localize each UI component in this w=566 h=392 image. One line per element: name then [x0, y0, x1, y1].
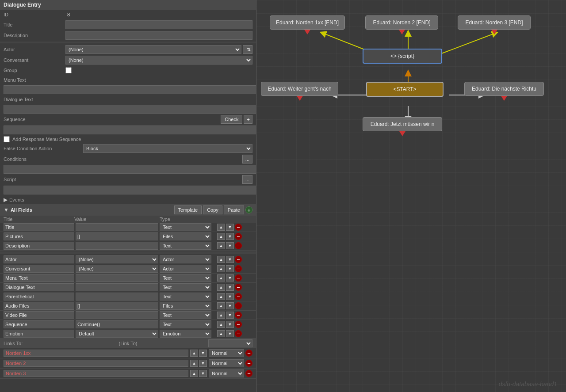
field-up-btn-0[interactable]: ▲	[217, 224, 225, 231]
menu-text-input[interactable]	[4, 85, 256, 94]
link-down-btn-1[interactable]: ▼	[199, 360, 207, 367]
field2-up-btn-2[interactable]: ▲	[217, 274, 225, 282]
field-value-input-0[interactable]	[76, 223, 158, 231]
actor-select[interactable]: (None)	[65, 45, 241, 54]
field2-value-select-0[interactable]: (None)	[76, 255, 158, 263]
field-type-select-2[interactable]: Text	[160, 242, 211, 250]
field2-remove-btn-7[interactable]: −	[235, 321, 242, 328]
field-title-input-1[interactable]	[4, 232, 74, 240]
field2-down-btn-2[interactable]: ▼	[226, 274, 234, 282]
field2-title-input-1[interactable]	[4, 265, 74, 273]
field2-remove-btn-5[interactable]: −	[235, 302, 242, 309]
field2-type-select-3[interactable]: Text	[160, 283, 211, 291]
field2-title-input-7[interactable]	[4, 320, 74, 328]
sequence-check-btn[interactable]: Check	[221, 115, 242, 124]
node-norden2[interactable]: Eduard: Norden 2 [END]	[365, 15, 438, 30]
field2-down-btn-8[interactable]: ▼	[226, 330, 234, 337]
field2-value-input-2[interactable]	[76, 274, 158, 282]
field2-up-btn-8[interactable]: ▲	[217, 330, 225, 337]
field2-title-input-6[interactable]	[4, 311, 74, 319]
conversant-select[interactable]: (None)	[65, 56, 252, 65]
link-remove-btn-2[interactable]: −	[245, 370, 252, 377]
group-checkbox[interactable]	[65, 67, 72, 73]
link-type-select-2[interactable]: Normal	[209, 369, 244, 377]
field2-down-btn-4[interactable]: ▼	[226, 293, 234, 300]
field2-type-select-4[interactable]: Text	[160, 293, 211, 301]
field-remove-btn-1[interactable]: −	[235, 233, 242, 240]
field-down-btn-2[interactable]: ▼	[226, 242, 234, 249]
link-up-btn-2[interactable]: ▲	[190, 370, 198, 377]
node-norden3[interactable]: Eduard: Norden 3 [END]	[458, 15, 531, 30]
field2-remove-btn-6[interactable]: −	[235, 312, 242, 319]
field2-remove-btn-4[interactable]: −	[235, 293, 242, 300]
field2-up-btn-0[interactable]: ▲	[217, 256, 225, 263]
field-value-input-1[interactable]	[76, 232, 158, 240]
field2-title-input-8[interactable]	[4, 330, 74, 338]
field-remove-btn-0[interactable]: −	[235, 224, 242, 231]
field-title-input-2[interactable]	[4, 242, 74, 250]
field2-value-input-4[interactable]	[76, 293, 158, 301]
field-value-input-2[interactable]	[76, 242, 158, 250]
field-down-btn-1[interactable]: ▼	[226, 233, 234, 240]
conditions-input[interactable]	[4, 165, 256, 174]
field2-up-btn-4[interactable]: ▲	[217, 293, 225, 300]
field2-remove-btn-3[interactable]: −	[235, 284, 242, 291]
copy-btn[interactable]: Copy	[203, 206, 222, 214]
field2-down-btn-3[interactable]: ▼	[226, 284, 234, 291]
field2-title-input-4[interactable]	[4, 293, 74, 301]
node-norden1xx[interactable]: Eduard: Norden 1xx [END]	[270, 15, 345, 30]
field2-title-input-3[interactable]	[4, 283, 74, 291]
field2-remove-btn-1[interactable]: −	[235, 265, 242, 272]
field2-remove-btn-8[interactable]: −	[235, 330, 242, 337]
node-weiter[interactable]: Eduard: Weiter geht's nach	[261, 82, 338, 96]
sequence-value-input[interactable]: Continue()	[4, 126, 256, 134]
false-condition-select[interactable]: Block	[83, 144, 252, 153]
conditions-ellipsis-btn[interactable]: ...	[242, 155, 252, 164]
sequence-plus-btn[interactable]: +	[244, 115, 252, 124]
node-script[interactable]: <> {script}	[363, 49, 442, 64]
field-up-btn-1[interactable]: ▲	[217, 233, 225, 240]
script-value-input[interactable]: RandomizeNextEntry()	[4, 186, 256, 194]
field2-up-btn-5[interactable]: ▲	[217, 302, 225, 309]
field2-type-select-6[interactable]: Text	[160, 311, 211, 319]
field-down-btn-0[interactable]: ▼	[226, 224, 234, 231]
field2-type-select-8[interactable]: Emotion	[160, 330, 211, 338]
field-up-btn-2[interactable]: ▲	[217, 242, 225, 249]
field-type-select-1[interactable]: Files	[160, 232, 211, 240]
field2-title-input-2[interactable]	[4, 274, 74, 282]
link-down-btn-2[interactable]: ▼	[199, 370, 207, 377]
field2-title-input-5[interactable]	[4, 302, 74, 310]
field2-remove-btn-0[interactable]: −	[235, 256, 242, 263]
field2-down-btn-5[interactable]: ▼	[226, 302, 234, 309]
script-ellipsis-btn[interactable]: ...	[242, 175, 252, 184]
links-type-select[interactable]	[208, 339, 252, 347]
field2-value-input-3[interactable]	[76, 283, 158, 291]
field2-type-select-5[interactable]: Files	[160, 302, 211, 310]
field2-down-btn-0[interactable]: ▼	[226, 256, 234, 263]
link-remove-btn-0[interactable]: −	[245, 350, 252, 357]
node-jetzt[interactable]: Eduard: Jetzt müssen wir n	[363, 117, 442, 131]
field2-remove-btn-2[interactable]: −	[235, 274, 242, 282]
field2-title-input-0[interactable]	[4, 255, 74, 263]
link-down-btn-0[interactable]: ▼	[199, 350, 207, 357]
field2-down-btn-6[interactable]: ▼	[226, 312, 234, 319]
link-type-select-0[interactable]: Normal	[209, 349, 244, 357]
field2-type-select-7[interactable]: Text	[160, 320, 211, 328]
link-type-select-1[interactable]: Normal	[209, 359, 244, 367]
events-section[interactable]: ▶ Events	[0, 195, 256, 204]
link-up-btn-1[interactable]: ▲	[190, 360, 198, 367]
field2-down-btn-7[interactable]: ▼	[226, 321, 234, 328]
node-start[interactable]: <START>	[366, 82, 444, 97]
link-remove-btn-1[interactable]: −	[245, 360, 252, 367]
field2-value-input-6[interactable]	[76, 311, 158, 319]
field-remove-btn-2[interactable]: −	[235, 242, 242, 249]
template-btn[interactable]: Template	[174, 206, 202, 214]
field2-up-btn-7[interactable]: ▲	[217, 321, 225, 328]
field2-up-btn-1[interactable]: ▲	[217, 265, 225, 272]
field2-up-btn-3[interactable]: ▲	[217, 284, 225, 291]
field2-value-select-8[interactable]: Default	[76, 330, 158, 338]
title-input[interactable]	[65, 20, 252, 29]
link-up-btn-0[interactable]: ▲	[190, 350, 198, 357]
field-type-select-0[interactable]: Text	[160, 223, 211, 231]
paste-btn[interactable]: Paste	[224, 206, 244, 214]
